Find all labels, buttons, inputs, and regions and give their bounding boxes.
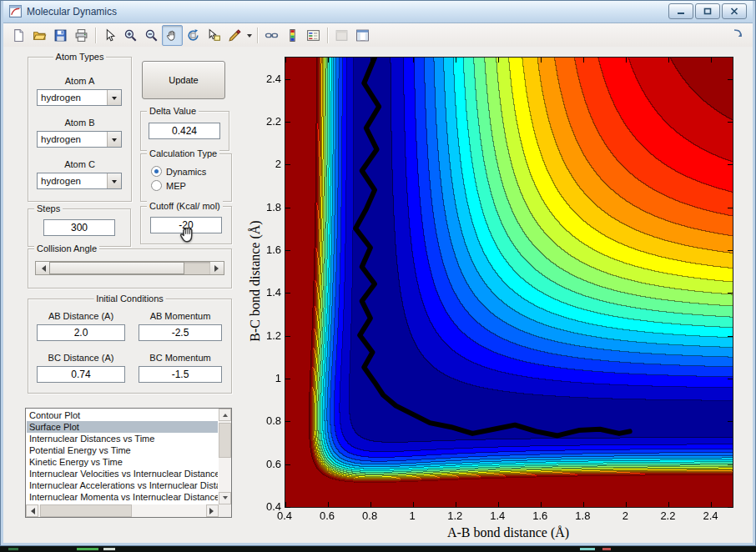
x-tick-label: 1 (410, 509, 416, 522)
x-tick-label: 2.2 (660, 509, 675, 522)
combo-dropdown-button[interactable] (107, 132, 121, 147)
toolbar-show-plot-tools-button[interactable] (352, 25, 373, 46)
tick-mark (668, 58, 669, 63)
tick-mark (285, 164, 290, 165)
tick-mark (498, 502, 499, 507)
window-title: Molecular Dynamics (27, 6, 117, 18)
scroll-right-button[interactable] (206, 504, 219, 517)
toolbar-rotate-3d-button[interactable] (183, 25, 204, 46)
scroll-left-button[interactable] (26, 504, 38, 517)
list-item[interactable]: Internuclear Momenta vs Internuclear Dis… (27, 491, 218, 503)
update-button[interactable]: Update (142, 61, 225, 99)
figure-toolbar (3, 23, 753, 48)
list-item[interactable]: Contour Plot (27, 409, 218, 421)
toolbar-link-plots-button[interactable] (261, 25, 282, 46)
toolbar-zoom-out-button[interactable] (141, 25, 162, 46)
app-icon (8, 4, 23, 18)
ab-momentum-input[interactable] (139, 324, 222, 341)
tick-mark (728, 507, 733, 508)
toolbar-insert-legend-button[interactable] (303, 25, 324, 46)
triangle-left-icon (38, 265, 46, 272)
tick-mark (285, 464, 290, 465)
combo-value: hydrogen (38, 90, 107, 105)
axes[interactable] (285, 57, 733, 508)
toolbar-print-figure-button[interactable] (71, 25, 92, 46)
collision-angle-slider[interactable] (35, 261, 224, 275)
x-tick-label: 2 (622, 509, 628, 522)
triangle-right-icon (209, 508, 217, 514)
toolbar-pan-button[interactable] (162, 25, 183, 46)
slider-left-arrow[interactable] (36, 262, 49, 274)
slider-track[interactable] (49, 262, 210, 274)
toolbar-save-figure-button[interactable] (50, 25, 71, 46)
atom-c-select[interactable]: hydrogen (37, 173, 122, 189)
toolbar-brush-button[interactable] (224, 25, 245, 46)
toolbar-hide-plot-tools-button[interactable] (331, 25, 352, 46)
scroll-down-button[interactable] (219, 492, 231, 504)
horizontal-scrollbar[interactable] (26, 504, 219, 517)
triangle-right-icon (214, 265, 222, 272)
toolbar-dock-figure-button[interactable] (732, 28, 748, 43)
list-item[interactable]: Internuclear Velocities vs Internuclear … (27, 468, 218, 479)
radio-option-mep[interactable]: MEP (151, 180, 186, 191)
brush-dropdown-arrow[interactable] (245, 26, 254, 45)
list-item[interactable]: Surface Plot (27, 421, 218, 433)
list-item[interactable]: Kinetic Energy vs Time (27, 456, 218, 468)
atom-b-select[interactable]: hydrogen (37, 131, 122, 148)
minimize-button[interactable] (668, 3, 693, 19)
toolbar-edit-plot-button[interactable] (99, 25, 120, 46)
tick-mark (626, 58, 627, 63)
tick-mark (456, 502, 456, 507)
panel-title: Cutoff (Kcal/ mol) (147, 201, 223, 211)
bc-momentum-input[interactable] (139, 366, 222, 383)
toolbar-data-cursor-button[interactable] (204, 25, 224, 46)
slider-thumb[interactable] (49, 262, 184, 274)
steps-input[interactable] (43, 219, 115, 236)
toolbar-new-figure-button[interactable] (8, 25, 29, 46)
atom-types-panel: Atom Types Atom A hydrogen Atom B hydrog… (28, 57, 132, 202)
tick-mark (728, 164, 733, 165)
y-tick-label: 0.6 (251, 458, 281, 470)
tick-mark (285, 507, 290, 508)
slider-right-arrow[interactable] (210, 262, 224, 274)
desktop-fragment (8, 548, 18, 550)
vertical-scroll-thumb[interactable] (219, 423, 231, 458)
scrollbar-corner (219, 504, 231, 517)
toolbar-separator (327, 28, 328, 43)
list-item[interactable]: Internuclear Accelerations vs Internucle… (27, 479, 218, 491)
toolbar-separator (257, 28, 258, 43)
plot-type-listbox[interactable]: Contour PlotSurface PlotInternuclear Dis… (25, 408, 232, 518)
toolbar-open-file-button[interactable] (29, 25, 50, 46)
horizontal-scroll-track[interactable] (38, 504, 206, 517)
ab-distance-input[interactable] (37, 324, 125, 341)
tick-mark (285, 379, 290, 379)
vertical-scrollbar[interactable] (219, 409, 231, 504)
tick-mark (285, 79, 290, 80)
combo-dropdown-button[interactable] (107, 173, 121, 188)
toolbar-zoom-in-button[interactable] (120, 25, 141, 46)
horizontal-scroll-thumb[interactable] (40, 504, 132, 517)
tick-mark (728, 421, 733, 422)
delta-value-input[interactable] (149, 123, 220, 139)
tick-mark (498, 58, 499, 63)
desktop-fragment (77, 548, 98, 550)
close-button[interactable] (722, 3, 747, 19)
x-tick-label: 1.2 (447, 509, 462, 522)
atom-a-select[interactable]: hydrogen (37, 89, 122, 106)
bc-distance-input[interactable] (37, 366, 125, 383)
y-tick-label: 2.2 (251, 115, 281, 128)
list-item[interactable]: Potential Energy vs Time (27, 444, 218, 456)
plot-canvas[interactable] (285, 58, 733, 507)
panel-title: Steps (34, 203, 63, 213)
pan-icon (165, 28, 179, 43)
combo-dropdown-button[interactable] (107, 90, 121, 105)
radio-circle (151, 166, 162, 177)
titlebar[interactable]: Molecular Dynamics (3, 0, 753, 23)
vertical-scroll-track[interactable] (219, 421, 231, 492)
toolbar-insert-colorbar-button[interactable] (282, 25, 303, 46)
tick-mark (285, 122, 290, 123)
scroll-up-button[interactable] (219, 409, 231, 421)
maximize-button[interactable] (695, 3, 720, 19)
list-item[interactable]: Internuclear Distances vs Time (27, 433, 218, 444)
radio-option-dynamics[interactable]: Dynamics (151, 166, 206, 177)
